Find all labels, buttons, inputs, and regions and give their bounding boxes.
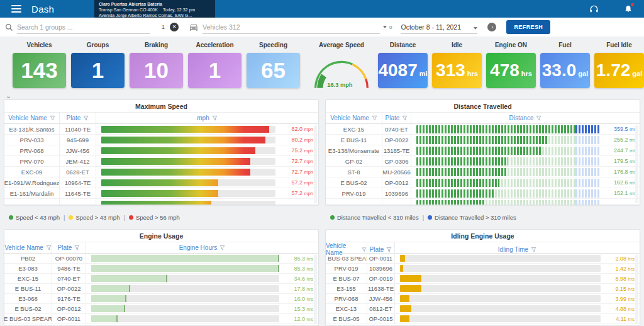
filter-icon[interactable]	[50, 115, 55, 121]
value-number: 1.42	[616, 266, 628, 272]
table-row[interactable]: E BUS-02OP-0012162.6 mi	[326, 177, 640, 188]
table-row[interactable]: PRV-068JJW-4563.99 hrs	[326, 294, 640, 304]
table-row[interactable]: E BUS-03 SPEAROP-001112.0 hrs	[4, 314, 318, 324]
tooltip-time: Today, 12:32 pm	[163, 8, 195, 12]
collapse-kpi-chevron-icon[interactable]: ⌄	[6, 93, 11, 99]
kpi-label: Fuel	[558, 42, 572, 48]
kpi-card-engine-on[interactable]: 478hrs	[486, 53, 536, 88]
tooltip-vehicle-name: Claro Puertas Abiertas Bateria	[99, 1, 211, 7]
date-range-select[interactable]: October 8 - 11, 2021	[401, 21, 477, 34]
filter-icon[interactable]	[372, 115, 377, 121]
time-filter-icon[interactable]	[487, 23, 496, 31]
scrollbar-track[interactable]	[635, 125, 638, 203]
value-unit: mph	[304, 180, 313, 186]
column-header-vehicle-name[interactable]: Vehicle Name	[326, 113, 382, 123]
headset-icon[interactable]	[589, 4, 599, 14]
scrollbar-track[interactable]	[314, 125, 317, 203]
kpi-card-fuel[interactable]: 33.0gal	[540, 53, 590, 88]
bar-track	[400, 265, 601, 272]
chevron-down-icon[interactable]	[383, 26, 387, 28]
filter-icon[interactable]	[362, 247, 367, 252]
table-row[interactable]: E BUS-11OP-0022255.2 mi	[326, 135, 640, 145]
table-row[interactable]: EXC-090628-ET72.7 mph	[4, 167, 318, 177]
cell-plate: JJW-456	[367, 294, 395, 303]
bar-track	[101, 201, 275, 206]
kpi-value: 65	[261, 58, 286, 83]
kpi-card-distance[interactable]: 4087mi	[378, 53, 428, 88]
table-row[interactable]: E3-131/K.Santos11040-TE82.0 mph	[4, 124, 318, 135]
column-header-engine-hours[interactable]: Engine Hours	[86, 242, 318, 253]
column-label: Plate	[386, 115, 400, 121]
column-header-plate[interactable]: Plate	[382, 113, 411, 123]
notifications-bell-icon[interactable]	[624, 4, 633, 14]
kpi-card-vehicles[interactable]: 143	[13, 53, 66, 88]
cell-vehicle-name: PRV-033	[4, 135, 60, 145]
filter-icon[interactable]	[531, 247, 536, 252]
clear-search-button[interactable]: ✕	[170, 23, 179, 31]
filter-icon[interactable]	[219, 245, 225, 250]
table-row[interactable]: ST-8MU-20566176.8 mi	[326, 167, 640, 177]
table-row-partial[interactable]	[4, 199, 318, 205]
vehicles-select[interactable]: Vehicles 312	[203, 21, 380, 34]
kpi-card-idle[interactable]: 313hrs	[432, 53, 482, 88]
kpi-card-fuel-idle[interactable]: 1.72gal	[594, 53, 644, 88]
table-row[interactable]: E1-161/Mardalin11645-TE57.2 mph	[4, 188, 318, 199]
filter-icon[interactable]	[386, 247, 392, 252]
cell-vehicle-name: E BUS-11	[4, 284, 52, 293]
table-row[interactable]: PRV-0191039696152.1 mi	[326, 188, 640, 199]
kpi-card-acceleration[interactable]: 1	[188, 53, 242, 88]
kpi-number: 33.0	[542, 60, 577, 81]
scrollbar-track[interactable]	[314, 255, 317, 324]
legend-label: Speed > 56 mph	[136, 214, 180, 221]
table-row[interactable]: PRV-068JJW-45675.2 mph	[4, 145, 318, 156]
column-header-plate[interactable]: Plate	[60, 113, 96, 123]
cell-plate: 0740-ET	[382, 124, 411, 134]
table-row[interactable]: E BUS-05OP-00154.11 hrs	[326, 314, 640, 324]
filter-icon[interactable]	[46, 245, 52, 250]
table-row[interactable]: PRV-01910396961.42 hrs	[326, 264, 640, 274]
table-row[interactable]: EXC-150740-ET34.6 hrs	[4, 274, 318, 284]
search-groups-input[interactable]: Search 1 groups ...	[17, 21, 150, 34]
table-row[interactable]: E3-138/Monserrate13185-TE244.7 mi	[326, 145, 640, 156]
column-header-vehicle-name[interactable]: Vehicle Name	[4, 242, 52, 253]
kpi-value: 4087mi	[378, 60, 427, 81]
kpi-label: Speeding	[259, 42, 287, 48]
table-row[interactable]: EXC-150740-ET359.5 mi	[326, 124, 640, 135]
table-row[interactable]: GP-02GP-0306179.5 mi	[326, 156, 640, 167]
column-header-plate[interactable]: Plate	[52, 242, 86, 253]
refresh-button[interactable]: REFRESH	[506, 20, 550, 34]
table-row[interactable]: E3-15511638-TE9.15 hrs	[326, 284, 640, 294]
filter-icon[interactable]	[402, 115, 408, 121]
filter-icon[interactable]	[536, 115, 541, 121]
kpi-card-speeding[interactable]: 65	[247, 53, 300, 88]
table-row[interactable]: E3-0839486-TE85.3 hrs	[4, 264, 318, 274]
table-row-partial[interactable]	[326, 199, 640, 205]
menu-icon[interactable]	[11, 5, 21, 13]
cell-vehicle-name: E3-083	[4, 264, 52, 273]
column-header-distance[interactable]: Distance	[411, 113, 640, 123]
table-row[interactable]: E BUS-03 SPEAROP-00112.08 hrs	[326, 254, 640, 264]
table-row[interactable]: E1-091/W.Rodriguez10964-TE57.2 mph	[4, 177, 318, 188]
table-row[interactable]: E3-0689176-TE16.0 hrs	[4, 294, 318, 304]
table-row[interactable]: EXC-130812-ET4.88 hrs	[326, 304, 640, 314]
kpi-card-groups[interactable]: 1	[71, 53, 125, 88]
column-header-vehicle-name[interactable]: Vehicle Name	[4, 113, 60, 123]
legend-dot	[69, 215, 73, 220]
table-row[interactable]: PRV-070JEM-41272.7 mph	[4, 156, 318, 167]
kpi-card-braking[interactable]: 10	[130, 53, 183, 88]
column-label: mph	[197, 115, 209, 121]
cell-plate	[382, 199, 411, 205]
scrollbar-track[interactable]	[635, 255, 638, 324]
filter-icon[interactable]	[74, 245, 80, 250]
table-row[interactable]: E BUS-02OP-001215.3 hrs	[4, 304, 318, 314]
cell-vehicle-name: E BUS-05	[326, 314, 367, 323]
kpi-label: Braking	[145, 42, 168, 48]
filter-icon[interactable]	[83, 115, 89, 121]
table-row[interactable]: PB02OP-0007085.3 hrs	[4, 254, 318, 264]
table-row[interactable]: E BUS-07OP-00198.98 hrs	[326, 274, 640, 284]
cell-plate: GP-0306	[382, 156, 411, 166]
filter-icon[interactable]	[212, 115, 218, 121]
column-header-mph[interactable]: mph	[96, 113, 318, 123]
table-row[interactable]: PRV-033945-69980.2 mph	[4, 135, 318, 145]
table-row[interactable]: E BUS-11OP-002217.8 hrs	[4, 284, 318, 294]
